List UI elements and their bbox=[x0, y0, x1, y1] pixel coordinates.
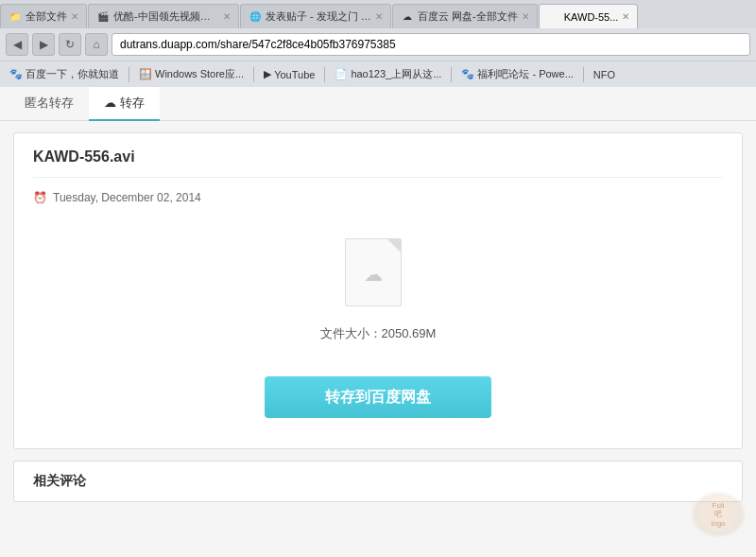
tab-title-1: 全部文件 bbox=[26, 9, 67, 24]
tab-youku[interactable]: 🎬 优酷-中国领先视频网站主... ✕ bbox=[88, 4, 239, 28]
file-size-label: 文件大小： bbox=[320, 326, 382, 340]
tab-close-5[interactable]: ✕ bbox=[622, 11, 629, 22]
page-content: 匿名转存 ☁转存 KAWD-556.avi ⏰ Tuesday, Decembe… bbox=[0, 87, 756, 557]
tab-anonymous-label: 匿名转存 bbox=[25, 96, 74, 110]
address-input[interactable] bbox=[112, 33, 750, 56]
bookmark-label-3: YouTube bbox=[274, 69, 315, 80]
file-icon-container: ☁ bbox=[345, 238, 411, 314]
tab-title-5: KAWD-55... bbox=[564, 11, 619, 23]
back-icon: ◀ bbox=[13, 38, 22, 51]
browser-chrome: 📁 全部文件 ✕ 🎬 优酷-中国领先视频网站主... ✕ 🌐 发表贴子 - 发现… bbox=[0, 0, 756, 87]
tab-bar: 📁 全部文件 ✕ 🎬 优酷-中国领先视频网站主... ✕ 🌐 发表贴子 - 发现… bbox=[0, 0, 756, 28]
watermark-image: Fuli吧logo bbox=[690, 491, 747, 538]
bookmark-baidu[interactable]: 🐾 百度一下，你就知道 bbox=[4, 64, 125, 85]
bookmark-icon-5: 🐾 bbox=[461, 68, 474, 80]
forward-button[interactable]: ▶ bbox=[32, 33, 55, 56]
bookmark-nfo[interactable]: NFO bbox=[588, 64, 621, 85]
file-page-icon: ☁ bbox=[345, 238, 402, 306]
back-button[interactable]: ◀ bbox=[6, 33, 28, 56]
file-date-row: ⏰ Tuesday, December 02, 2014 bbox=[33, 191, 723, 204]
bookmark-label-4: hao123_上网从这... bbox=[351, 67, 441, 81]
bookmark-separator-2 bbox=[253, 67, 254, 82]
tab-fullfile[interactable]: 📁 全部文件 ✕ bbox=[0, 4, 87, 28]
bookmark-label-6: NFO bbox=[593, 69, 615, 80]
forward-icon: ▶ bbox=[40, 38, 48, 51]
tab-favicon-4: ☁ bbox=[401, 10, 414, 24]
home-button[interactable]: ⌂ bbox=[85, 33, 108, 56]
tab-forum[interactable]: 🌐 发表贴子 - 发现之门 - 福... ✕ bbox=[240, 4, 391, 28]
tab-kawd[interactable]: KAWD-55... ✕ bbox=[539, 4, 639, 28]
bookmark-windows[interactable]: 🪟 Windows Store应... bbox=[133, 64, 249, 85]
file-preview: ☁ 文件大小：2050.69M bbox=[33, 223, 723, 361]
transfer-button[interactable]: 转存到百度网盘 bbox=[265, 376, 491, 418]
file-size: 文件大小：2050.69M bbox=[320, 325, 437, 342]
bookmark-separator-4 bbox=[451, 67, 452, 82]
bookmark-icon-1: 🐾 bbox=[9, 68, 23, 80]
tab-close-1[interactable]: ✕ bbox=[71, 11, 78, 22]
bookmark-icon-4: 📄 bbox=[335, 68, 348, 80]
bookmark-fuli[interactable]: 🐾 福利吧论坛 - Powe... bbox=[455, 64, 578, 85]
bookmark-label-5: 福利吧论坛 - Powe... bbox=[477, 67, 573, 81]
refresh-icon: ↻ bbox=[65, 38, 75, 51]
bookmark-icon-2: 🪟 bbox=[139, 68, 152, 80]
watermark-text: Fuli吧logo bbox=[711, 501, 725, 529]
tab-title-3: 发表贴子 - 发现之门 - 福... bbox=[266, 9, 371, 24]
address-bar-row: ◀ ▶ ↻ ⌂ bbox=[0, 28, 756, 61]
clock-icon: ⏰ bbox=[33, 191, 47, 204]
tab-close-4[interactable]: ✕ bbox=[522, 11, 529, 22]
bookmarks-bar: 🐾 百度一下，你就知道 🪟 Windows Store应... ▶ YouTub… bbox=[0, 61, 756, 87]
bookmark-separator-3 bbox=[324, 67, 325, 82]
tab-save[interactable]: ☁转存 bbox=[89, 87, 160, 121]
tab-favicon-3: 🌐 bbox=[249, 10, 262, 24]
tab-close-3[interactable]: ✕ bbox=[375, 11, 383, 22]
comments-section: 相关评论 bbox=[13, 461, 743, 502]
bookmark-label-1: 百度一下，你就知道 bbox=[26, 67, 119, 81]
bookmark-separator-1 bbox=[129, 67, 129, 82]
tab-anonymous[interactable]: 匿名转存 bbox=[9, 87, 89, 121]
file-size-value: 2050.69M bbox=[382, 326, 437, 340]
tab-title-2: 优酷-中国领先视频网站主... bbox=[113, 9, 219, 24]
file-cloud-icon: ☁ bbox=[364, 263, 383, 286]
bookmark-label-2: Windows Store应... bbox=[155, 67, 244, 81]
main-card: KAWD-556.avi ⏰ Tuesday, December 02, 201… bbox=[13, 132, 743, 449]
tab-close-2[interactable]: ✕ bbox=[223, 11, 231, 22]
file-name: KAWD-556.avi bbox=[33, 148, 723, 178]
bookmark-youtube[interactable]: ▶ YouTube bbox=[258, 64, 320, 85]
tab-favicon-5 bbox=[547, 10, 560, 24]
tab-favicon-2: 🎬 bbox=[96, 10, 110, 24]
refresh-button[interactable]: ↻ bbox=[59, 33, 81, 56]
page-tabs: 匿名转存 ☁转存 bbox=[0, 87, 756, 121]
comments-title: 相关评论 bbox=[33, 473, 723, 490]
bookmark-hao123[interactable]: 📄 hao123_上网从这... bbox=[329, 64, 447, 85]
tab-baidu[interactable]: ☁ 百度云 网盘-全部文件 ✕ bbox=[392, 4, 538, 28]
file-date: Tuesday, December 02, 2014 bbox=[53, 191, 201, 204]
tab-favicon-1: 📁 bbox=[9, 10, 22, 24]
home-icon: ⌂ bbox=[93, 38, 99, 51]
tab-title-4: 百度云 网盘-全部文件 bbox=[418, 9, 518, 24]
bookmark-icon-3: ▶ bbox=[264, 68, 271, 80]
tab-save-label: 转存 bbox=[120, 96, 145, 110]
watermark: Fuli吧logo bbox=[690, 491, 747, 538]
bookmark-separator-5 bbox=[583, 67, 584, 82]
save-cloud-icon: ☁ bbox=[104, 96, 116, 110]
